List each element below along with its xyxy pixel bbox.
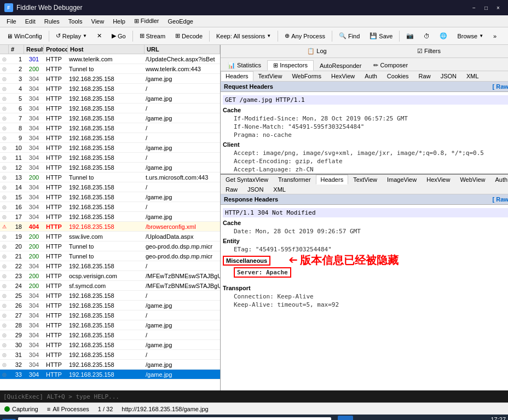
expand-button[interactable]: » bbox=[489, 31, 501, 41]
session-row[interactable]: ◎ 10 304 HTTP 192.168.235.158 /game.jpg bbox=[0, 143, 220, 153]
tab-filters[interactable]: ☑ Filters bbox=[411, 45, 447, 57]
session-row[interactable]: ◎ 16 304 HTTP 192.168.235.158 / bbox=[0, 202, 220, 212]
taskbar-fiddler-icon[interactable]: F bbox=[338, 416, 353, 420]
session-row[interactable]: ◎ 4 304 HTTP 192.168.235.158 / bbox=[0, 84, 220, 94]
resp-tab-headers[interactable]: Headers bbox=[316, 175, 349, 185]
session-row[interactable]: ◎ 31 304 HTTP 192.168.235.158 / bbox=[0, 350, 220, 360]
session-row[interactable]: ◎ 2 200 HTTP Tunnel to www.telerik.com:4… bbox=[0, 64, 220, 74]
tab-autoresponder[interactable]: AutoResponder bbox=[314, 61, 367, 71]
resp-tab-json[interactable]: JSON bbox=[243, 185, 268, 194]
session-row[interactable]: ◎ 22 304 HTTP 192.168.235.158 / bbox=[0, 261, 220, 271]
session-row[interactable]: ◎ 7 304 HTTP 192.168.235.158 /game.jpg bbox=[0, 113, 220, 123]
req-tab-json[interactable]: JSON bbox=[436, 71, 461, 81]
menu-rules[interactable]: Rules bbox=[40, 17, 64, 26]
resp-tab-webview[interactable]: WebView bbox=[455, 175, 490, 185]
title-bar-controls[interactable]: − □ × bbox=[469, 3, 504, 13]
taskbar-app1-icon[interactable]: ◆ bbox=[408, 416, 423, 420]
tab-log[interactable]: 📋 Log bbox=[301, 45, 332, 57]
session-row[interactable]: ◎ 19 200 HTTP ssw.live.com /UploadData.a… bbox=[0, 232, 220, 241]
session-row[interactable]: ◎ 17 304 HTTP 192.168.235.158 /game.jpg bbox=[0, 212, 220, 222]
session-row[interactable]: ◎ 23 200 HTTP ocsp.verisign.com /MFEwTzB… bbox=[0, 271, 220, 281]
taskbar-store-icon[interactable]: 🛍 bbox=[390, 416, 406, 420]
session-row[interactable]: ◎ 32 304 HTTP 192.168.235.158 /game.jpg bbox=[0, 360, 220, 370]
remove-button[interactable]: ✕ bbox=[93, 31, 106, 41]
session-row[interactable]: ◎ 13 200 HTTP Tunnel to t.urs.microsoft.… bbox=[0, 172, 220, 182]
req-tab-headers[interactable]: Headers bbox=[221, 71, 253, 81]
session-row[interactable]: ◎ 27 304 HTTP 192.168.235.158 / bbox=[0, 310, 220, 320]
session-row[interactable]: ◎ 25 304 HTTP 192.168.235.158 / bbox=[0, 291, 220, 301]
menu-geoedge[interactable]: GeoEdge bbox=[163, 17, 197, 26]
resp-tab-auth[interactable]: Auth bbox=[490, 175, 508, 185]
session-row[interactable]: ◎ 6 304 HTTP 192.168.235.158 / bbox=[0, 103, 220, 113]
taskbar-app2-icon[interactable]: ◆ bbox=[425, 416, 441, 420]
resp-tab-hexview[interactable]: HexView bbox=[422, 175, 455, 185]
minimize-button[interactable]: − bbox=[469, 3, 480, 13]
process-button[interactable]: ⊕ Any Process bbox=[280, 31, 330, 41]
req-tab-auth[interactable]: Auth bbox=[360, 71, 382, 81]
menu-view[interactable]: View bbox=[87, 17, 109, 26]
session-row[interactable]: ◎ 8 304 HTTP 192.168.235.158 / bbox=[0, 123, 220, 133]
cmd-input[interactable] bbox=[3, 393, 505, 400]
session-row[interactable]: ◎ 9 304 HTTP 192.168.235.158 / bbox=[0, 133, 220, 143]
tab-composer[interactable]: ✏ Composer bbox=[367, 60, 414, 71]
taskbar-ie-icon[interactable]: 🌐 bbox=[355, 416, 371, 420]
resp-tab-textview[interactable]: TextView bbox=[348, 175, 382, 185]
req-tab-xml[interactable]: XML bbox=[461, 71, 484, 81]
decode-button[interactable]: ⊞ Decode bbox=[171, 31, 207, 41]
save-button[interactable]: 💾 Save bbox=[365, 31, 397, 41]
row-icon-cell: ◎ bbox=[0, 173, 9, 182]
tab-inspectors[interactable]: ⊞ Inspectors bbox=[267, 60, 314, 71]
resp-tab-raw[interactable]: Raw bbox=[221, 185, 243, 194]
session-list[interactable]: ◎ 1 301 HTTP www.telerik.com /UpdateChec… bbox=[0, 54, 220, 390]
replay-button[interactable]: ↺ Replay ▼ bbox=[51, 31, 91, 41]
session-row[interactable]: ◎ 1 301 HTTP www.telerik.com /UpdateChec… bbox=[0, 54, 220, 64]
go-button[interactable]: ▶ Go bbox=[107, 31, 130, 41]
session-row[interactable]: ◎ 28 304 HTTP 192.168.235.158 /game.jpg bbox=[0, 320, 220, 330]
session-row[interactable]: ⚠ 18 404 HTTP 192.168.235.158 /browserco… bbox=[0, 222, 220, 232]
timer-button[interactable]: ⏱ bbox=[419, 31, 434, 41]
req-tab-cookies[interactable]: Cookies bbox=[382, 71, 414, 81]
maximize-button[interactable]: □ bbox=[481, 3, 492, 13]
session-row[interactable]: ◎ 11 304 HTTP 192.168.235.158 / bbox=[0, 153, 220, 163]
search-box[interactable]: 🔍 搜索 Web 和 Windows bbox=[18, 417, 331, 420]
menu-file[interactable]: File bbox=[2, 17, 21, 26]
keep-button[interactable]: Keep: All sessions ▼ bbox=[212, 31, 275, 41]
session-row[interactable]: ◎ 20 200 HTTP Tunnel to geo-prod.do.dsp.… bbox=[0, 241, 220, 251]
row-result: 200 bbox=[24, 233, 44, 240]
menu-help[interactable]: Help bbox=[108, 17, 130, 26]
session-row[interactable]: ◎ 30 304 HTTP 192.168.235.158 /game.jpg bbox=[0, 340, 220, 350]
taskbar-explorer-icon[interactable]: 📁 bbox=[373, 416, 388, 420]
req-tab-webforms[interactable]: WebForms bbox=[287, 71, 326, 81]
find-button[interactable]: 🔍 Find bbox=[334, 31, 364, 41]
resp-tab-imageview[interactable]: ImageView bbox=[382, 175, 422, 185]
req-tab-hexview[interactable]: HexView bbox=[326, 71, 360, 81]
stream-button[interactable]: ⊞ Stream bbox=[135, 31, 170, 41]
response-raw-link[interactable]: [ Raw ] bbox=[493, 196, 508, 203]
row-result: 304 bbox=[24, 332, 44, 338]
resp-tab-syntaxview[interactable]: Get SyntaxView bbox=[221, 175, 273, 185]
request-raw-link[interactable]: [ Raw ] bbox=[493, 83, 508, 90]
session-row[interactable]: ◎ 21 200 HTTP Tunnel to geo-prod.do.dsp.… bbox=[0, 251, 220, 261]
browse-button[interactable]: Browse ▼ bbox=[453, 31, 488, 41]
session-row[interactable]: ◎ 5 304 HTTP 192.168.235.158 /game.jpg bbox=[0, 94, 220, 103]
session-row[interactable]: ◎ 29 304 HTTP 192.168.235.158 / bbox=[0, 330, 220, 340]
winconfig-button[interactable]: 🖥 WinConfig bbox=[2, 31, 47, 41]
req-tab-textview[interactable]: TextView bbox=[253, 71, 287, 81]
screenshot-button[interactable]: 📷 bbox=[402, 31, 418, 41]
session-row[interactable]: ◎ 14 304 HTTP 192.168.235.158 / bbox=[0, 182, 220, 192]
resp-tab-xml[interactable]: XML bbox=[268, 185, 291, 194]
ie-button[interactable]: 🌐 bbox=[435, 31, 452, 41]
resp-tab-transformer[interactable]: Transformer bbox=[273, 175, 316, 185]
session-row[interactable]: ◎ 33 304 HTTP 192.168.235.158 /game.jpg bbox=[0, 370, 220, 379]
tab-statistics[interactable]: 📊 Statistics bbox=[222, 60, 267, 71]
req-tab-raw[interactable]: Raw bbox=[414, 71, 436, 81]
menu-edit[interactable]: Edit bbox=[21, 17, 40, 26]
close-button[interactable]: × bbox=[493, 3, 504, 13]
session-row[interactable]: ◎ 24 200 HTTP sf.symcd.com /MFEwTzBNMEsw… bbox=[0, 281, 220, 291]
session-row[interactable]: ◎ 3 304 HTTP 192.168.235.158 /game.jpg bbox=[0, 74, 220, 84]
menu-tools[interactable]: Tools bbox=[64, 17, 87, 26]
menu-fiddler[interactable]: ⊞ Fiddler bbox=[130, 16, 164, 26]
session-row[interactable]: ◎ 12 304 HTTP 192.168.235.158 /game.jpg bbox=[0, 163, 220, 172]
session-row[interactable]: ◎ 26 304 HTTP 192.168.235.158 /game.jpg bbox=[0, 301, 220, 310]
session-row[interactable]: ◎ 15 304 HTTP 192.168.235.158 /game.jpg bbox=[0, 192, 220, 202]
